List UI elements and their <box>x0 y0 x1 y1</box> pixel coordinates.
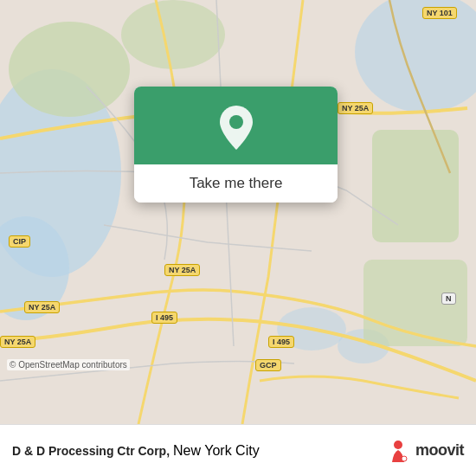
bottom-bar: D & D Processing Ctr Corp, New York City… <box>0 424 476 476</box>
take-me-there-button[interactable]: Take me there <box>134 164 338 203</box>
road-label-cip: CIP <box>9 235 30 248</box>
road-label-gcp: GCP <box>255 359 281 371</box>
road-label-ny25a-far: NY 25A <box>0 336 35 348</box>
road-label-ny25a-left: NY 25A <box>24 301 60 313</box>
card-green-section <box>134 87 338 164</box>
map-attribution: © OpenStreetMap contributors <box>7 359 130 370</box>
map-pin-icon <box>216 104 256 151</box>
road-label-i495: I 495 <box>151 312 177 324</box>
svg-point-11 <box>394 441 402 449</box>
svg-point-7 <box>121 0 225 69</box>
moovit-brand-icon <box>385 438 411 464</box>
svg-rect-8 <box>372 130 459 242</box>
road-label-ny25a-top: NY 25A <box>338 102 373 114</box>
road-label-ny101: NY 101 <box>422 7 457 19</box>
map-container: NY 101 NY 25A NY 25A NY 25A NY 25A I 495… <box>0 0 476 424</box>
place-name: D & D Processing Ctr Corp, <box>12 444 170 458</box>
moovit-brand-name: moovit <box>415 441 464 460</box>
moovit-logo: moovit <box>385 438 464 464</box>
svg-point-6 <box>9 22 130 117</box>
svg-point-10 <box>229 115 243 129</box>
place-city: New York City <box>173 443 260 459</box>
svg-point-12 <box>402 456 407 461</box>
road-label-n: N <box>441 293 456 305</box>
location-card: Take me there <box>134 87 338 203</box>
road-label-i495-right: I 495 <box>268 336 294 348</box>
road-label-ny25a-mid: NY 25A <box>164 264 200 276</box>
